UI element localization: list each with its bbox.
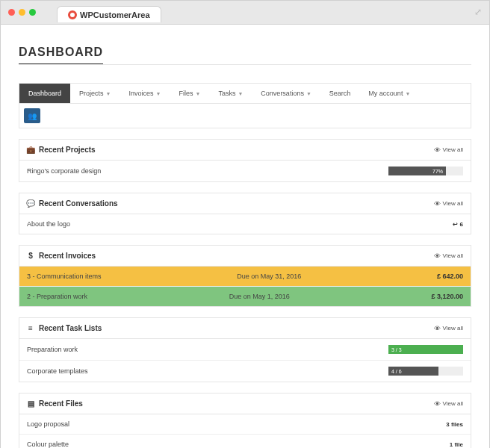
briefcase-icon: 💼 — [27, 146, 34, 154]
panel-title-text: Recent Task Lists — [39, 324, 102, 332]
list-item[interactable]: Logo proposal3 files — [19, 414, 471, 434]
user-switch-button[interactable]: 👥 — [24, 108, 40, 123]
caret-down-icon: ▼ — [106, 91, 111, 96]
page-title: DASHBOARD — [19, 46, 103, 65]
expand-icon[interactable]: ⤢ — [474, 7, 482, 17]
panel-recent-invoices: $Recent Invoices 👁View all 3 - Communica… — [19, 245, 471, 307]
list-item[interactable]: About the logo↩6 — [19, 214, 471, 234]
app-name: WPCustomerArea — [80, 10, 150, 19]
list-item[interactable]: Preparation work3 / 3 — [19, 339, 471, 360]
list-item[interactable]: 2 - Preparation workDue on May 1, 2016£ … — [19, 286, 471, 306]
list-icon: ≡ — [27, 324, 34, 332]
app-logo-icon — [68, 10, 77, 19]
view-all-link[interactable]: 👁View all — [434, 252, 463, 260]
progress-bar: 77% — [388, 167, 463, 175]
browser-chrome: WPCustomerArea ⤢ — [1, 1, 489, 25]
nav-item-invoices[interactable]: Invoices▼ — [120, 84, 170, 103]
browser-frame: WPCustomerArea ⤢ DASHBOARD DashboardProj… — [0, 0, 490, 448]
main-nav: DashboardProjects▼Invoices▼Files▼Tasks▼C… — [19, 83, 471, 104]
panel-title-text: Recent Files — [39, 399, 83, 408]
window-controls — [1, 9, 36, 16]
dollar-icon: $ — [27, 252, 34, 260]
browser-tab[interactable]: WPCustomerArea — [57, 6, 161, 22]
nav-item-search[interactable]: Search — [320, 84, 360, 103]
file-icon: ▤ — [27, 399, 34, 408]
chat-icon: 💬 — [27, 199, 34, 208]
panel-title-text: Recent Conversations — [39, 199, 118, 208]
user-switch-icon: 👥 — [28, 112, 37, 120]
view-all-link[interactable]: 👁View all — [434, 400, 463, 408]
eye-icon: 👁 — [434, 252, 441, 260]
view-all-link[interactable]: 👁View all — [434, 325, 463, 332]
caret-down-icon: ▼ — [306, 91, 311, 96]
eye-icon: 👁 — [434, 200, 441, 208]
panel-title-text: Recent Invoices — [39, 252, 96, 260]
eye-icon: 👁 — [434, 146, 441, 154]
maximize-dot-icon[interactable] — [29, 9, 36, 16]
eye-icon: 👁 — [434, 325, 441, 332]
nav-item-conversations[interactable]: Conversations▼ — [252, 84, 320, 103]
nav-item-projects[interactable]: Projects▼ — [70, 84, 120, 103]
view-all-link[interactable]: 👁View all — [434, 200, 463, 208]
panel-title-text: Recent Projects — [39, 146, 96, 154]
nav-item-files[interactable]: Files▼ — [170, 84, 209, 103]
page-content: DASHBOARD DashboardProjects▼Invoices▼Fil… — [1, 25, 489, 448]
progress-bar: 4 / 6 — [388, 367, 463, 376]
panel-recent-files: ▤Recent Files 👁View all Logo proposal3 f… — [19, 393, 471, 448]
nav-item-my-account[interactable]: My account▼ — [359, 84, 419, 103]
close-dot-icon[interactable] — [8, 9, 15, 16]
toolbar: 👥 — [19, 104, 471, 128]
view-all-link[interactable]: 👁View all — [434, 146, 463, 154]
panel-recent-projects: 💼Recent Projects 👁View all Ringo's corpo… — [19, 139, 471, 182]
list-item[interactable]: Corporate templates4 / 6 — [19, 360, 471, 382]
caret-down-icon: ▼ — [195, 91, 200, 96]
caret-down-icon: ▼ — [238, 91, 243, 96]
panel-recent-tasks: ≡Recent Task Lists 👁View all Preparation… — [19, 317, 471, 382]
list-item[interactable]: Ringo's corporate design77% — [19, 161, 471, 181]
caret-down-icon: ▼ — [156, 91, 161, 96]
eye-icon: 👁 — [434, 400, 441, 408]
panel-recent-conversations: 💬Recent Conversations 👁View all About th… — [19, 193, 471, 234]
title-rule — [19, 64, 471, 65]
nav-item-dashboard[interactable]: Dashboard — [19, 84, 70, 103]
list-item[interactable]: Colour palette1 file — [19, 434, 471, 448]
minimize-dot-icon[interactable] — [19, 9, 25, 16]
reply-icon: ↩ — [453, 221, 458, 228]
list-item[interactable]: 3 - Communication itemsDue on May 31, 20… — [19, 267, 471, 286]
progress-bar: 3 / 3 — [388, 345, 463, 354]
caret-down-icon: ▼ — [405, 91, 410, 96]
nav-item-tasks[interactable]: Tasks▼ — [209, 84, 252, 103]
